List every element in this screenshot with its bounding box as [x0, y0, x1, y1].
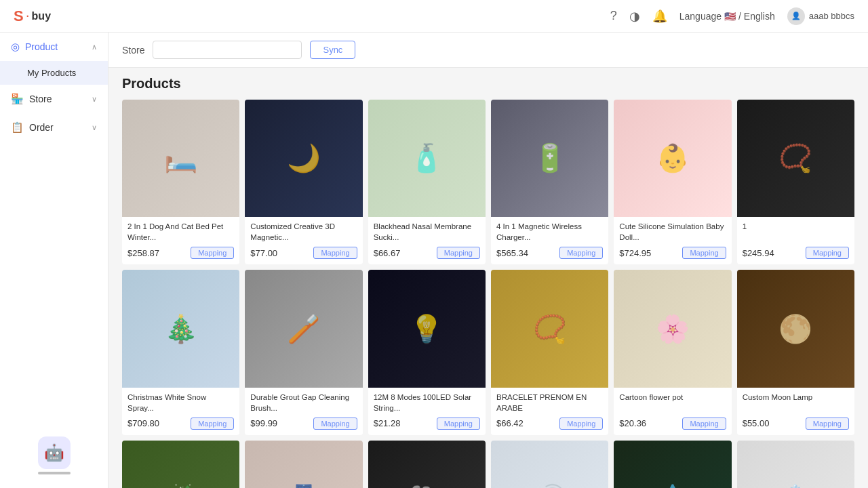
product-card[interactable]: 💡 12M 8 Modes 100LED Solar String... $21… [368, 270, 486, 434]
language-text: / English [738, 11, 775, 22]
product-emoji: 👖 [287, 483, 321, 488]
product-name: Custom Moon Lamp [743, 392, 849, 413]
sidebar-item-order[interactable]: 📋 Order ∨ [0, 113, 108, 142]
bot-icon[interactable]: 🤖 [38, 436, 71, 469]
product-name: Blackhead Nasal Membrane Sucki... [374, 221, 480, 243]
product-image: 💡 [368, 270, 486, 387]
product-name: Customized Creative 3D Magnetic... [250, 221, 357, 243]
theme-icon[interactable]: ◑ [629, 9, 640, 24]
product-emoji: 📿 [533, 313, 567, 345]
sync-button[interactable]: Sync [310, 41, 355, 59]
user-menu[interactable]: 👤 aaab bbbcs [787, 7, 854, 25]
product-card[interactable]: 📿 1 $245.94 Mapping [737, 100, 854, 264]
product-image: ❄️ [737, 441, 854, 488]
product-price: $258.87 [127, 248, 159, 258]
product-name: Cute Silicone Simulation Baby Doll... [619, 221, 726, 243]
product-image: 🪥 [245, 270, 362, 387]
product-info: Cartoon flower pot $20.36 Mapping [614, 388, 731, 435]
product-card[interactable]: 👖 Fitness Leggings... $29.99 Mapping [245, 441, 362, 488]
product-card[interactable]: 🧴 Blackhead Nasal Membrane Sucki... $66.… [368, 100, 486, 264]
sidebar-item-my-products[interactable]: My Products [0, 61, 108, 85]
chevron-up-icon: ∧ [92, 43, 97, 52]
product-image: 🧴 [368, 100, 486, 217]
product-info: Blackhead Nasal Membrane Sucki... $66.67… [368, 217, 486, 264]
product-info: Cute Silicone Simulation Baby Doll... $7… [614, 217, 731, 264]
mapping-button[interactable]: Mapping [559, 418, 603, 430]
product-emoji: 🌸 [656, 313, 690, 345]
product-emoji: 🪥 [287, 313, 321, 345]
product-image: 🌕 [737, 270, 854, 387]
mapping-button[interactable]: Mapping [191, 418, 234, 430]
bell-icon[interactable]: 🔔 [652, 9, 667, 24]
mapping-button[interactable]: Mapping [191, 247, 234, 259]
product-card[interactable]: 🎄 Christmas White Snow Spray... $709.80 … [122, 270, 239, 434]
chevron-down-icon-order: ∨ [92, 123, 97, 132]
product-card[interactable]: 🐘 Elephant Figurine... $18.50 Mapping [368, 441, 486, 488]
help-icon[interactable]: ? [610, 9, 617, 23]
mapping-button[interactable]: Mapping [682, 418, 726, 430]
product-footer: $99.99 Mapping [250, 418, 357, 430]
product-image: 🐘 [368, 441, 486, 488]
sidebar-label-product: Product [25, 41, 58, 52]
product-footer: $709.80 Mapping [127, 418, 234, 430]
section-header: Products [108, 68, 868, 97]
mapping-button[interactable]: Mapping [313, 247, 357, 259]
product-footer: $565.34 Mapping [496, 247, 603, 259]
chat-bot[interactable]: 🤖 [0, 436, 108, 474]
store-icon: 🏪 [11, 93, 24, 105]
header-right: ? ◑ 🔔 Language 🇺🇸 / English 👤 aaab bbbcs [610, 7, 854, 25]
store-label: Store [122, 45, 144, 56]
product-info: 1 $245.94 Mapping [737, 217, 854, 264]
user-name: aaab bbbcs [809, 11, 854, 21]
product-icon: ◎ [11, 41, 20, 53]
sidebar-label-my-products: My Products [27, 68, 76, 78]
product-emoji: 🎄 [164, 313, 198, 345]
product-card[interactable]: 🪥 Durable Grout Gap Cleaning Brush... $9… [245, 270, 362, 434]
mapping-button[interactable]: Mapping [559, 247, 603, 259]
mapping-button[interactable]: Mapping [806, 418, 849, 430]
product-emoji: 👶 [656, 142, 690, 174]
product-emoji: 🛏️ [164, 142, 198, 174]
product-info: Durable Grout Gap Cleaning Brush... $99.… [245, 388, 362, 435]
product-card[interactable]: 🔊 Wireless Charger Mood Light Bluetooth … [491, 441, 608, 488]
products-grid: 🛏️ 2 In 1 Dog And Cat Bed Pet Winter... … [108, 97, 868, 488]
product-footer: $20.36 Mapping [619, 418, 726, 430]
mapping-button[interactable]: Mapping [437, 418, 480, 430]
product-card[interactable]: 📿 BRACELET PRENOM EN ARABE $66.42 Mappin… [491, 270, 608, 434]
chevron-down-icon: ∨ [92, 95, 97, 104]
product-card[interactable]: 🌕 Custom Moon Lamp $55.00 Mapping [737, 270, 854, 434]
product-image: 🏕️ [122, 441, 239, 488]
product-image: 🌙 [245, 100, 362, 217]
mapping-button[interactable]: Mapping [682, 247, 726, 259]
product-card[interactable]: 💧 Portable Water Bottle... $22.00 Mappin… [614, 441, 731, 488]
product-card[interactable]: 🌙 Customized Creative 3D Magnetic... $77… [245, 100, 362, 264]
header: S·buy ? ◑ 🔔 Language 🇺🇸 / English 👤 aaab… [0, 0, 868, 33]
product-price: $99.99 [250, 418, 277, 428]
product-price: $709.80 [127, 418, 159, 428]
store-select[interactable] [153, 41, 302, 59]
product-name: 1 [743, 221, 849, 243]
sidebar-item-store[interactable]: 🏪 Store ∨ [0, 85, 108, 113]
product-card[interactable]: 🏕️ Camping Hammock Tent... $45.00 Mappin… [122, 441, 239, 488]
language-label: Language [679, 11, 722, 22]
product-emoji: 🔋 [533, 142, 567, 174]
mapping-button[interactable]: Mapping [313, 418, 357, 430]
language-selector[interactable]: Language 🇺🇸 / English [679, 11, 775, 22]
product-card[interactable]: 🔋 4 In 1 Magnetic Wireless Charger... $5… [491, 100, 608, 264]
product-price: $245.94 [743, 248, 774, 258]
product-name: 12M 8 Modes 100LED Solar String... [374, 392, 480, 413]
product-card[interactable]: ❄️ Mini Air Cooler Fan... $35.00 Mapping [737, 441, 854, 488]
product-emoji: 🏕️ [164, 483, 198, 488]
product-card[interactable]: 🛏️ 2 In 1 Dog And Cat Bed Pet Winter... … [122, 100, 239, 264]
product-image: 👖 [245, 441, 362, 488]
product-price: $20.36 [619, 418, 646, 428]
sidebar-item-product[interactable]: ◎ Product ∧ [0, 33, 108, 61]
product-card[interactable]: 🌸 Cartoon flower pot $20.36 Mapping [614, 270, 731, 434]
product-emoji: ❄️ [778, 483, 812, 488]
product-price: $21.28 [374, 418, 401, 428]
product-card[interactable]: 👶 Cute Silicone Simulation Baby Doll... … [614, 100, 731, 264]
mapping-button[interactable]: Mapping [806, 247, 849, 259]
product-info: Christmas White Snow Spray... $709.80 Ma… [122, 388, 239, 435]
logo[interactable]: S·buy [14, 7, 51, 25]
mapping-button[interactable]: Mapping [437, 247, 480, 259]
